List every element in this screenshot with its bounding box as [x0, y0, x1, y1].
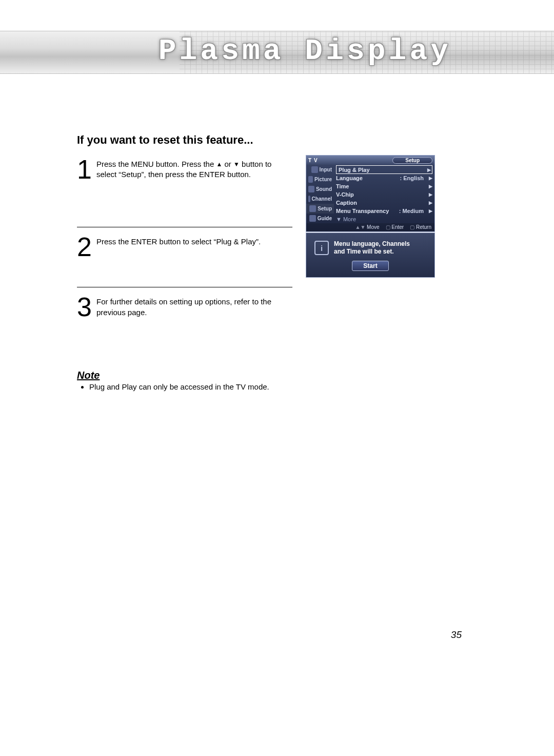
osd-footer: Move Enter Return	[306, 223, 434, 231]
sound-icon	[308, 186, 314, 192]
label: Picture	[314, 177, 332, 182]
dialog-row: i Menu language, Channels and Time will …	[306, 233, 434, 256]
label: Plug & Play	[339, 167, 370, 173]
label: Sound	[316, 186, 332, 192]
chevron-right-icon: ▶	[429, 208, 432, 214]
osd-sidebar: Input Picture Sound Channel Setup Guide	[306, 165, 334, 223]
label: Channel	[312, 196, 332, 202]
input-icon	[311, 166, 318, 173]
step-text: For further details on setting up option…	[96, 296, 292, 318]
row-more[interactable]: ▼ More	[336, 215, 432, 223]
sidebar-item-input[interactable]: Input	[306, 165, 334, 175]
row-language[interactable]: Language: English▶	[336, 174, 432, 182]
chevron-right-icon: ▶	[429, 176, 432, 181]
label: V-Chip	[336, 191, 354, 198]
label: Menu Transparency	[336, 208, 389, 214]
up-triangle-icon: ▲	[216, 160, 222, 168]
osd-setup-menu: T V Setup Input Picture Sound Channel Se…	[306, 155, 435, 232]
row-vchip[interactable]: V-Chip▶	[336, 190, 432, 199]
value: : English	[400, 175, 424, 181]
step-number: 2	[77, 236, 92, 258]
down-triangle-icon: ▼	[233, 160, 240, 168]
start-button[interactable]: Start	[352, 261, 389, 271]
line1: Menu language, Channels	[334, 240, 410, 248]
label: Time	[336, 183, 349, 189]
section-heading: If you want to reset this feature...	[77, 133, 477, 147]
info-icon: i	[314, 241, 329, 255]
dialog-message: Menu language, Channels and Time will be…	[334, 240, 410, 256]
text: or	[222, 160, 233, 168]
plug-and-play-dialog: i Menu language, Channels and Time will …	[306, 232, 435, 278]
header-banner: Plasma Display	[0, 31, 554, 74]
step-1: 1 Press the MENU button. Press the ▲ or …	[77, 155, 292, 227]
step-number: 3	[77, 296, 92, 318]
sidebar-item-sound[interactable]: Sound	[306, 184, 334, 194]
row-menu-transparency[interactable]: Menu Transparency: Medium▶	[336, 207, 432, 215]
osd-title-pill: Setup	[392, 157, 432, 164]
text: Press the MENU button. Press the	[96, 160, 216, 168]
label: Guide	[318, 216, 332, 221]
chevron-right-icon: ▶	[429, 200, 432, 205]
row-caption[interactable]: Caption▶	[336, 199, 432, 207]
value: : Medium	[399, 208, 424, 214]
channel-icon	[308, 196, 310, 202]
sidebar-item-picture[interactable]: Picture	[306, 175, 334, 184]
sidebar-item-channel[interactable]: Channel	[306, 194, 334, 204]
step-2: 2 Press the ENTER button to select “Plug…	[77, 232, 292, 287]
hint-move: Move	[355, 224, 379, 230]
line2: and Time will be set.	[334, 248, 410, 256]
row-plug-and-play[interactable]: Plug & Play▶	[336, 165, 432, 174]
step-number: 1	[77, 158, 92, 181]
osd-tv-label: T V	[308, 158, 318, 163]
note-item: Plug and Play can only be accessed in th…	[89, 382, 269, 391]
banner-title: Plasma Display	[159, 34, 451, 68]
picture-icon	[308, 176, 313, 183]
sidebar-item-setup[interactable]: Setup	[306, 204, 334, 214]
label: Input	[320, 167, 332, 172]
osd-body: Input Picture Sound Channel Setup Guide …	[306, 165, 434, 223]
step-text: Press the MENU button. Press the ▲ or ▼ …	[96, 158, 292, 180]
osd-titlebar: T V Setup	[306, 156, 434, 165]
row-time[interactable]: Time▶	[336, 182, 432, 190]
hint-enter: Enter	[386, 224, 404, 230]
page-number: 35	[451, 629, 462, 641]
chevron-right-icon: ▶	[429, 192, 432, 197]
label: Language	[336, 175, 363, 181]
step-3: 3 For further details on setting up opti…	[77, 293, 292, 323]
note-block: Note Plug and Play can only be accessed …	[77, 370, 269, 391]
content-area: If you want to reset this feature... 1 P…	[77, 133, 477, 329]
setup-icon	[309, 205, 316, 212]
note-heading: Note	[77, 370, 269, 381]
note-list: Plug and Play can only be accessed in th…	[77, 382, 269, 391]
manual-page: Plasma Display If you want to reset this…	[0, 0, 554, 756]
hint-return: Return	[410, 224, 431, 230]
sidebar-item-guide[interactable]: Guide	[306, 214, 334, 223]
label: Caption	[336, 200, 357, 206]
label: Setup	[318, 206, 332, 211]
label: ▼ More	[336, 216, 356, 222]
chevron-right-icon: ▶	[427, 167, 431, 172]
step-text: Press the ENTER button to select “Plug &…	[96, 236, 292, 247]
osd-list: Plug & Play▶ Language: English▶ Time▶ V-…	[334, 165, 434, 223]
chevron-right-icon: ▶	[429, 184, 432, 189]
guide-icon	[309, 215, 316, 222]
